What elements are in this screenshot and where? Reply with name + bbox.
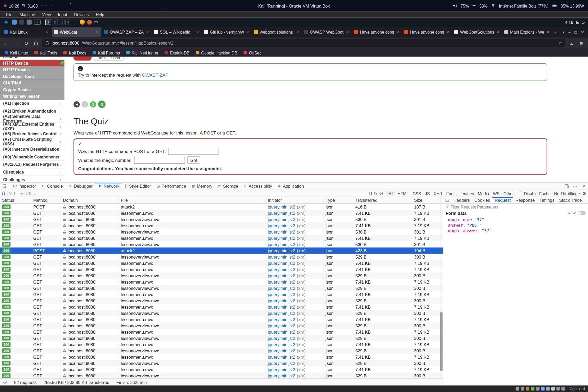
- initiator-link[interactable]: jquery.min.js:2: [268, 223, 295, 228]
- bookmark-google-hacking-db[interactable]: Google Hacking DB: [196, 50, 237, 55]
- back-icon[interactable]: ←: [3, 40, 10, 46]
- network-request-row[interactable]: 200GETlocalhost:8080lessonmenu.mvcjquery…: [0, 366, 443, 373]
- burpsuite-taskbar-icon[interactable]: [87, 20, 92, 24]
- bookmark-exploit-db[interactable]: Exploit-DB: [164, 50, 189, 55]
- power-icon[interactable]: [581, 20, 585, 24]
- network-request-row[interactable]: 200GETlocalhost:8080lessonoverview.mvcjq…: [0, 298, 443, 304]
- initiator-link[interactable]: jquery.min.js:2: [268, 311, 295, 316]
- network-request-row[interactable]: 200GETlocalhost:8080lessonmenu.mvcjquery…: [0, 235, 443, 241]
- column-header-domain[interactable]: Domain: [61, 197, 119, 203]
- shield-icon[interactable]: [45, 41, 49, 45]
- browser-tab-github-vernjan-we[interactable]: GitHub - vernjan/we✕: [202, 27, 251, 37]
- initiator-link[interactable]: jquery.min.js:2: [268, 348, 295, 353]
- tab-close-icon[interactable]: ✕: [496, 30, 499, 34]
- optical-icon[interactable]: [521, 387, 524, 391]
- details-tab-request[interactable]: Request: [492, 197, 513, 203]
- list-tabs-icon[interactable]: ▾: [562, 30, 565, 34]
- column-header-file[interactable]: File: [119, 197, 266, 203]
- sidebar-item-challenges[interactable]: Challenges›: [0, 176, 65, 182]
- devtools-tab-performance[interactable]: ◷Performance: [154, 183, 189, 190]
- initiator-link[interactable]: jquery.min.js:2: [268, 317, 295, 322]
- sidebar-item-general[interactable]: General›: [0, 57, 65, 60]
- details-tab-stack-trace[interactable]: Stack Trace: [557, 197, 584, 203]
- network-request-row[interactable]: 200GETlocalhost:8080lessonmenu.mvcjquery…: [0, 329, 443, 335]
- volume-icon[interactable]: [453, 4, 457, 8]
- network-request-row[interactable]: 200GETlocalhost:8080lessonoverview.mvcjq…: [0, 310, 443, 316]
- initiator-link[interactable]: jquery.min.js:2: [268, 230, 295, 234]
- sidebar-item-client-side[interactable]: Client side›: [0, 168, 65, 176]
- workspace-2[interactable]: 2: [52, 19, 58, 25]
- pause-icon[interactable]: [369, 192, 372, 195]
- vbox-menu-file[interactable]: File: [2, 12, 16, 17]
- devtools-tab-memory[interactable]: ▦Memory: [189, 183, 215, 190]
- network-request-row[interactable]: 200GETlocalhost:8080lessonmenu.mvcjquery…: [0, 354, 443, 360]
- initiator-link[interactable]: jquery.min.js:2: [268, 280, 295, 284]
- sidebar-item-a4-xml-external-entities-xxe[interactable]: (A4) XML External Entities (XXE)›: [0, 123, 65, 130]
- bookmark-offsec[interactable]: OffSec: [243, 50, 261, 55]
- responsive-design-icon[interactable]: [562, 184, 571, 188]
- devtools-menu-icon[interactable]: ⋯: [571, 183, 579, 189]
- initiator-link[interactable]: jquery.min.js:2: [268, 286, 295, 291]
- network-request-row[interactable]: 200GETlocalhost:8080lessonoverview.mvcjq…: [0, 323, 443, 329]
- search-icon[interactable]: [374, 191, 378, 195]
- network-request-row[interactable]: 200GETlocalhost:8080lessonmenu.mvcjquery…: [0, 223, 443, 229]
- lock-screen-icon[interactable]: [575, 20, 579, 24]
- devtools-tab-inspector[interactable]: Inspector: [10, 183, 39, 190]
- hdd-icon[interactable]: [516, 387, 519, 391]
- keyboard-icon[interactable]: [561, 387, 565, 391]
- magic-number-input[interactable]: [134, 157, 185, 164]
- network-request-row[interactable]: 200GETlocalhost:8080lessonmenu.mvcjquery…: [0, 210, 443, 216]
- scrollbar-thumb[interactable]: [440, 312, 443, 371]
- sidebar-item-a9-vulnerable-components[interactable]: (A9) Vulnerable Components›: [0, 153, 65, 161]
- network-request-row[interactable]: 200GETlocalhost:8080lessonoverview.mvcjq…: [0, 229, 443, 235]
- minimize-icon[interactable]: −: [568, 30, 571, 34]
- pagination-back-button[interactable]: ◄: [74, 101, 80, 107]
- initiator-link[interactable]: jquery.min.js:2: [268, 367, 295, 372]
- initiator-link[interactable]: jquery.min.js:2: [268, 242, 295, 247]
- initiator-link[interactable]: jquery.min.js:2: [268, 261, 295, 266]
- column-header-type[interactable]: Type: [324, 197, 353, 203]
- browser-tab-webgoat-solutions[interactable]: webgoat solutions -✕: [252, 27, 301, 37]
- initiator-link[interactable]: jquery.min.js:2: [268, 355, 295, 359]
- pagination-page-2[interactable]: 2: [90, 101, 96, 107]
- type-filter-fonts[interactable]: Fonts: [445, 191, 458, 196]
- raw-toggle[interactable]: [578, 211, 586, 215]
- initiator-link[interactable]: jquery.min.js:2: [268, 305, 295, 309]
- initiator-link[interactable]: jquery.min.js:2: [268, 342, 295, 347]
- type-filter-ws[interactable]: WS: [491, 191, 501, 196]
- type-filter-all[interactable]: All: [387, 191, 395, 196]
- network-request-row[interactable]: 200GETlocalhost:8080lessonoverview.mvcjq…: [0, 285, 443, 291]
- browser-tab-have-anyone-compl[interactable]: Have anyone compl✕: [352, 27, 401, 37]
- devtools-tab-application[interactable]: ▣Application: [275, 183, 307, 190]
- filter-request-parameters-input[interactable]: [450, 205, 586, 209]
- sidebar-item-developer-tools[interactable]: Developer Tools: [0, 73, 65, 80]
- tab-close-icon[interactable]: ✕: [196, 30, 199, 34]
- type-filter-css[interactable]: CSS: [411, 191, 422, 196]
- bookmark-kali-docs[interactable]: Kali Docs: [63, 50, 86, 55]
- network-request-row[interactable]: 200GETlocalhost:8080lessonoverview.mvcjq…: [0, 348, 443, 354]
- initiator-link[interactable]: jquery.min.js:2: [268, 330, 295, 334]
- mouse-icon[interactable]: [556, 387, 560, 391]
- devtools-tab-network[interactable]: Network: [95, 183, 122, 190]
- kali-logo[interactable]: [3, 19, 9, 25]
- vbox-menu-devices[interactable]: Devices: [71, 12, 92, 17]
- pagination-page-1[interactable]: 1: [82, 101, 88, 107]
- browser-tab-have-anyone-compl[interactable]: Have anyone compl✕: [402, 27, 451, 37]
- initiator-link[interactable]: jquery.min.js:2: [268, 211, 295, 216]
- network-request-row[interactable]: 200GETlocalhost:8080lessonmenu.mvcjquery…: [0, 266, 443, 273]
- devtools-tab-accessibility[interactable]: ♿Accessibility: [241, 183, 275, 190]
- devtools-tab-debugger[interactable]: Debugger: [65, 183, 95, 190]
- shared-folder-icon[interactable]: [541, 387, 545, 391]
- hamburger-menu-icon[interactable]: ≡: [578, 40, 585, 46]
- clear-requests-icon[interactable]: [2, 191, 5, 196]
- vbox-menu-machine[interactable]: Machine: [16, 12, 39, 17]
- tab-close-icon[interactable]: ✕: [246, 30, 249, 34]
- details-tab-cookies[interactable]: Cookies: [472, 197, 492, 203]
- vbox-menu-input[interactable]: Input: [54, 12, 71, 17]
- devtools-tab-console[interactable]: Console: [39, 183, 66, 190]
- form-data-param[interactable]: answer:"POST": [448, 223, 588, 228]
- sidebar-item-a7-cross-site-scripting-xss[interactable]: (A7) Cross-Site Scripting (XSS)›: [0, 138, 65, 145]
- bookmark-kali-nethunter[interactable]: Kali NetHunter: [126, 50, 158, 55]
- network-request-row[interactable]: 200GETlocalhost:8080lessonoverview.mvcjq…: [0, 360, 443, 366]
- brightness-icon[interactable]: [472, 4, 476, 8]
